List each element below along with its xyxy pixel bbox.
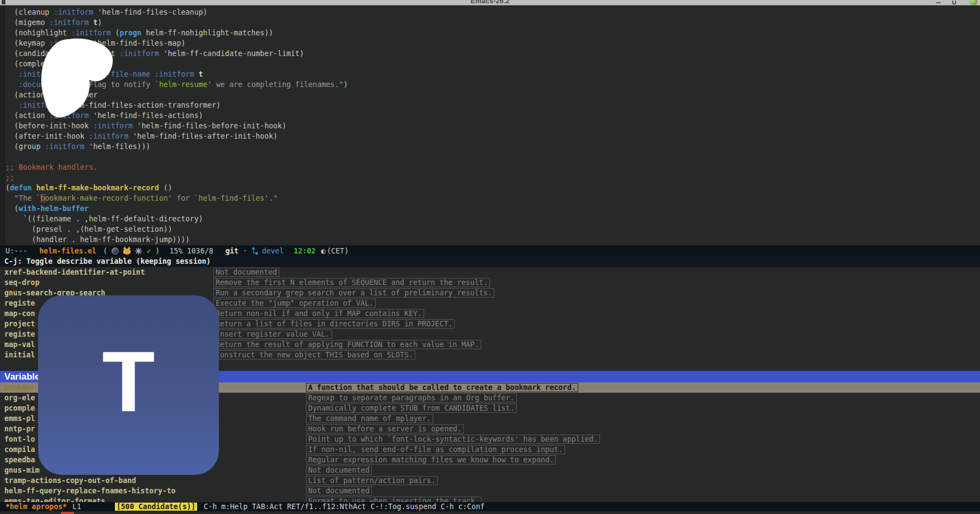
modeline-percent: 15%	[169, 247, 182, 255]
candidate-doc: Regexp to separate paragraphs in an Org …	[306, 393, 517, 402]
candidate-name: emms-pl	[4, 414, 35, 423]
code-segment: ' for `	[168, 194, 198, 202]
code-segment: :initform	[50, 18, 89, 27]
candidate-name: registe	[4, 330, 35, 338]
candidate-name: emms-tag-editor-formats	[4, 497, 105, 502]
candidate-name: xref-backend-identifier-at-point	[4, 268, 145, 276]
candidate-count-badge: [500 Candidate(s)]	[115, 503, 197, 511]
helm-candidate-row[interactable]: tramp-actions-copy-out-of-bandList of pa…	[0, 475, 980, 486]
code-segment: ' we are completing filenames."	[207, 80, 344, 89]
code-segment: ;; Bookmark handlers.	[5, 163, 97, 171]
code-line[interactable]: :initarg :completing-file-name :initform…	[5, 69, 980, 79]
candidate-doc: A function that should be called to crea…	[306, 383, 578, 392]
code-segment: (before-init-hook	[5, 122, 93, 130]
code-segment: ;;	[5, 174, 14, 182]
code-segment: (migemo	[5, 18, 50, 27]
window-title: Emacs-26.2	[0, 0, 980, 5]
code-segment: 'helm-find-files-cleanup)	[93, 8, 207, 16]
candidate-name: project	[4, 320, 35, 328]
code-line[interactable]: (action :initform 'helm-find-files-actio…	[5, 110, 980, 121]
modeline-state: U:---	[5, 247, 27, 255]
candidate-name: initial	[4, 351, 35, 359]
code-line[interactable]: ;; Bookmark handlers.	[5, 162, 980, 172]
code-buffer[interactable]: (cleanup :initform 'helm-find-files-clea…	[0, 5, 980, 245]
code-line[interactable]: (migemo :initform t)	[5, 17, 980, 28]
blue-tile-overlay: T	[38, 295, 219, 475]
code-line[interactable]: (handler . helm-ff-bookmark-jump))))	[5, 234, 980, 245]
candidate-name: compila	[4, 445, 35, 454]
helm-candidate-row[interactable]: seq-dropRemove the first N elements of S…	[0, 277, 980, 288]
code-segment: )	[344, 80, 348, 89]
code-line[interactable]: (before-init-hook :initform 'helm-find-f…	[5, 121, 980, 131]
code-line[interactable]	[5, 152, 980, 162]
code-modeline: U:--- helm-files.el ( ✓ ) 15% 1036/8 git…	[0, 245, 980, 256]
clock-icon: ◐	[321, 246, 326, 255]
minimize-button-icon[interactable]	[936, 2, 941, 3]
candidate-doc: Not documented	[213, 268, 279, 277]
code-segment: :initform	[93, 122, 133, 130]
code-segment: helm-find-files	[199, 194, 265, 202]
helm-header-line: C-j: Toggle describe variable (keeping s…	[0, 256, 980, 267]
code-line[interactable]: (candidate-number-limit :initform 'helm-…	[5, 48, 980, 59]
helm-candidate-row[interactable]: helm-ff-query-replace-fnames-history-toN…	[0, 486, 980, 496]
maximize-button-icon[interactable]	[952, 1, 956, 4]
code-segment: (after-init-hook	[5, 132, 89, 140]
code-line[interactable]: (action-transformer	[5, 90, 980, 100]
code-segment: '."	[265, 194, 278, 202]
modeline-separator: ·	[243, 247, 247, 255]
modeline-branch[interactable]: devel	[262, 247, 284, 255]
code-segment: t	[89, 18, 97, 27]
emacs-orb-icon	[112, 247, 119, 255]
code-segment: 'helm-find-files-after-init-hook)	[128, 132, 278, 140]
candidate-name: font-lo	[4, 435, 35, 443]
code-segment: `((filename . ,helm-ff-default-directory…	[5, 215, 203, 223]
code-line[interactable]: (keymap :initform 'helm-find-files-map)	[5, 38, 980, 48]
modeline-vcs[interactable]: git	[225, 247, 238, 255]
helm-keybinding-help: C-h m:Help TAB:Act RET/f1..f12:NthAct C-…	[204, 503, 485, 511]
window-titlebar[interactable]: Emacs-26.2	[0, 0, 980, 5]
tile-letter: T	[102, 354, 155, 416]
code-line[interactable]: ;;	[5, 172, 980, 183]
code-line[interactable]: "The `bookmark-make-record-function' for…	[5, 193, 980, 203]
candidate-name: registe	[4, 299, 35, 307]
code-line[interactable]: :initform 'helm-find-files-action-transf…	[5, 100, 980, 110]
code-segment: :initform	[120, 49, 160, 58]
candidate-doc: Not documented	[306, 486, 372, 496]
code-line[interactable]: (group :initform 'helm-files)))	[5, 141, 980, 152]
modeline-buffer-name[interactable]: helm-files.el	[39, 247, 96, 255]
candidate-doc: Remove the first N elements of SEQUENCE …	[213, 278, 490, 287]
code-segment: helm-ff-nohighlight-matches))	[142, 29, 273, 37]
helm-candidate-row[interactable]: emms-tag-editor-formatsFormat to use whe…	[0, 496, 980, 502]
editor-fringe	[0, 5, 5, 245]
candidate-doc: If non-nil, send end-of-file as compilat…	[306, 445, 565, 454]
code-line[interactable]: (cleanup :initform 'helm-find-files-clea…	[5, 7, 980, 17]
candidate-name: speedba	[4, 456, 35, 464]
candidate-doc: Format to use when inserting the track.	[306, 497, 481, 502]
code-line[interactable]: (nohighlight :initform (progn helm-ff-no…	[5, 28, 980, 38]
code-segment: b	[41, 194, 45, 202]
candidate-doc: Execute the "jump" operation of VAL.	[213, 299, 376, 308]
candidate-name: map-val	[4, 340, 35, 349]
candidate-doc: The command name of mplayer.	[306, 414, 433, 423]
git-branch-icon	[252, 247, 259, 255]
code-line[interactable]: (completing-file-name	[5, 59, 980, 69]
code-segment: :initform	[45, 143, 85, 151]
code-line[interactable]: (presel . ,(helm-get-selection))	[5, 224, 980, 234]
code-line[interactable]: (defun helm-ff-make-bookmark-record ()	[5, 183, 980, 193]
helm-buffer-name[interactable]: *helm apropos*	[5, 503, 67, 511]
candidate-doc: Not documented	[306, 466, 372, 475]
code-line[interactable]: `((filename . ,helm-ff-default-directory…	[5, 214, 980, 224]
check-icon: ✓	[146, 247, 151, 255]
candidate-doc: Point up to which `font-lock-syntactic-k…	[306, 435, 600, 444]
code-segment: )	[97, 18, 102, 27]
code-segment: progn	[120, 29, 142, 37]
helm-candidate-row[interactable]: xref-backend-identifier-at-pointNot docu…	[0, 267, 980, 277]
modeline-line-col: 1036/8	[187, 247, 213, 255]
code-line[interactable]: (with-helm-buffer	[5, 203, 980, 214]
code-segment: (handler . helm-ff-bookmark-jump))))	[5, 236, 190, 244]
code-line[interactable]: (after-init-hook :initform 'helm-find-fi…	[5, 131, 980, 141]
code-segment: (	[5, 184, 10, 192]
code-segment: (group	[5, 143, 45, 151]
code-segment: :initform	[54, 8, 94, 16]
code-line[interactable]: :documentation "Flag to notify `helm-res…	[5, 79, 980, 90]
